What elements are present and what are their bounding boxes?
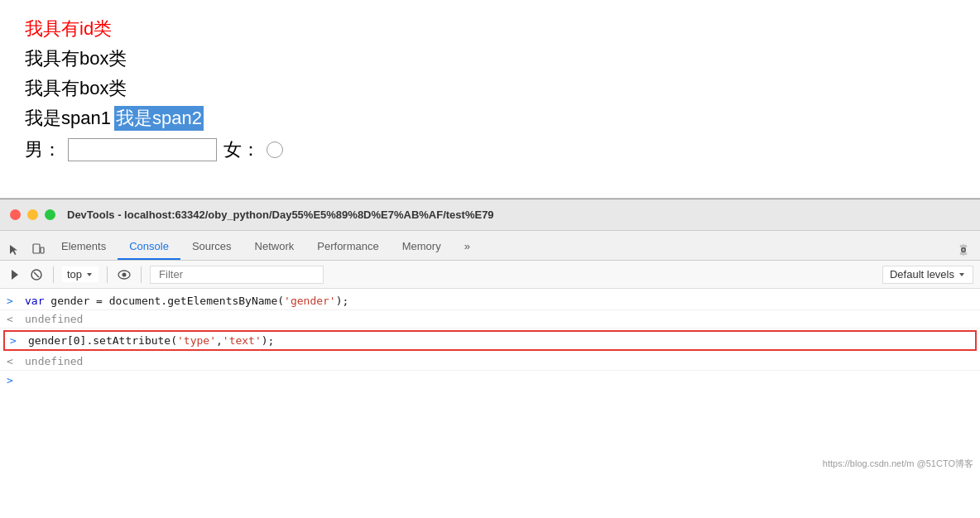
svg-point-7	[122, 272, 127, 276]
male-label: 男：	[25, 137, 61, 162]
female-label: 女：	[223, 137, 260, 162]
span1: 我是span1	[25, 106, 111, 131]
browser-page-content: 我具有id类 我具有box类 我具有box类 我是span1 我是span2 男…	[0, 0, 980, 199]
tab-performance[interactable]: Performance	[305, 235, 390, 260]
toolbar-separator-2	[107, 266, 108, 283]
default-levels-label: Default levels	[890, 268, 954, 281]
prompt-2: <	[7, 313, 18, 325]
output-2: undefined	[25, 355, 83, 367]
code-1: var gender = document.getElementsByName(…	[25, 295, 348, 307]
cursor-prompt: >	[7, 374, 18, 386]
prompt-4: <	[7, 355, 18, 367]
filter-box[interactable]	[150, 266, 324, 284]
svg-marker-2	[12, 270, 18, 280]
eye-icon[interactable]	[116, 266, 132, 283]
settings-icon[interactable]	[950, 240, 977, 260]
toolbar-separator-1	[53, 266, 54, 283]
span2: 我是span2	[114, 106, 204, 131]
tab-network[interactable]: Network	[243, 235, 306, 260]
tab-memory[interactable]: Memory	[391, 235, 453, 260]
output-1: undefined	[25, 313, 83, 325]
male-input[interactable]	[68, 138, 217, 161]
console-line-4: < undefined	[0, 353, 980, 371]
svg-line-4	[34, 272, 39, 277]
line-id-class: 我具有id类	[25, 17, 955, 41]
line-spans: 我是span1 我是span2	[25, 106, 955, 131]
select-tool-icon[interactable]	[3, 240, 26, 260]
stop-button[interactable]	[28, 266, 45, 283]
devtools-title: DevTools - localhost:63342/oby_python/Da…	[67, 209, 494, 221]
traffic-light-red[interactable]	[10, 209, 21, 220]
console-line-1: > var gender = document.getElementsByNam…	[0, 292, 980, 310]
line-box-class-1: 我具有box类	[25, 46, 955, 71]
context-label: top	[67, 268, 82, 281]
context-selector[interactable]: top	[62, 266, 98, 282]
traffic-light-yellow[interactable]	[27, 209, 38, 220]
run-button[interactable]	[7, 266, 23, 283]
prompt-3: >	[10, 334, 22, 347]
toolbar-separator-3	[141, 266, 142, 283]
devtools-toolbar: top Default levels	[0, 261, 980, 289]
device-toggle-icon[interactable]	[26, 240, 50, 260]
tab-elements[interactable]: Elements	[50, 235, 118, 260]
tab-more[interactable]: »	[453, 235, 482, 260]
tab-console[interactable]: Console	[118, 235, 180, 260]
traffic-light-green[interactable]	[45, 209, 55, 220]
svg-rect-1	[41, 247, 44, 253]
devtools-tabs-bar: Elements Console Sources Network Perform…	[0, 231, 980, 261]
gender-form-row: 男： 女：	[25, 137, 955, 162]
female-radio[interactable]	[267, 141, 283, 158]
devtools-console: > var gender = document.getElementsByNam…	[0, 289, 980, 454]
prompt-1: >	[7, 295, 18, 307]
console-line-3-highlighted: > gender[0].setAttribute('type','text');	[3, 330, 977, 351]
keyword-var: var	[25, 295, 44, 307]
default-levels-dropdown[interactable]: Default levels	[882, 266, 973, 284]
console-cursor-line[interactable]: >	[0, 371, 980, 390]
svg-marker-8	[959, 273, 964, 276]
tab-sources[interactable]: Sources	[180, 235, 243, 260]
code-2: gender[0].setAttribute('type','text');	[28, 334, 274, 347]
filter-input[interactable]	[154, 266, 319, 282]
svg-rect-0	[33, 244, 40, 253]
devtools-titlebar: DevTools - localhost:63342/oby_python/Da…	[0, 199, 980, 231]
devtools-window: DevTools - localhost:63342/oby_python/Da…	[0, 199, 980, 473]
line-box-class-2: 我具有box类	[25, 76, 955, 101]
watermark: https://blog.csdn.net/m @51CTO博客	[0, 454, 980, 473]
console-line-2: < undefined	[0, 310, 980, 329]
svg-marker-5	[87, 273, 92, 276]
